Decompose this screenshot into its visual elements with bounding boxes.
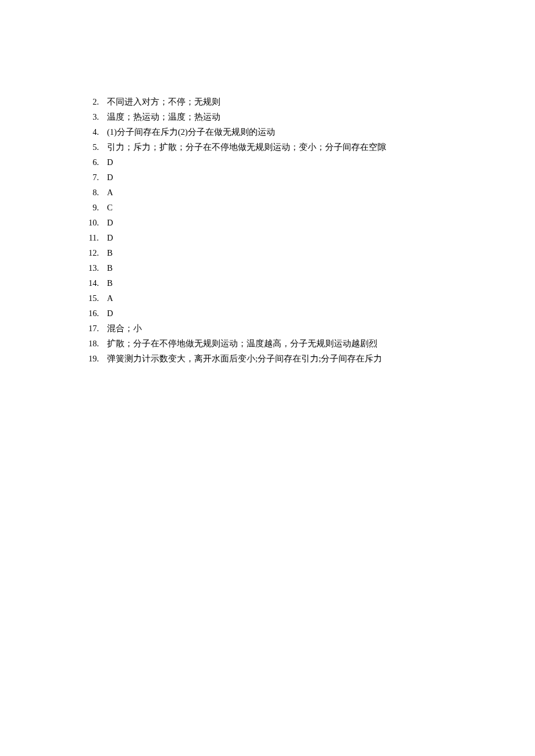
answer-text: D — [107, 234, 113, 242]
answer-number: 2. — [86, 98, 99, 106]
answer-number: 11. — [86, 234, 99, 242]
answer-item: 2. 不同进入对方；不停；无规则 — [86, 98, 535, 106]
answer-number: 14. — [86, 279, 99, 288]
answer-item: 13. B — [86, 264, 535, 273]
answer-text: 温度；热运动；温度；热运动 — [107, 113, 220, 121]
answer-text: (1)分子间存在斥力(2)分子在做无规则的运动 — [107, 128, 275, 137]
answer-text: A — [107, 188, 113, 197]
answer-item: 18. 扩散；分子在不停地做无规则运动；温度越高，分子无规则运动越剧烈 — [86, 339, 535, 348]
answer-text: B — [107, 249, 113, 257]
answer-item: 10. D — [86, 218, 535, 227]
answer-text: 混合；小 — [107, 324, 142, 333]
answer-item: 19. 弹簧测力计示数变大，离开水面后变小;分子间存在引力;分子间存在斥力 — [86, 354, 535, 363]
answer-item: 7. D — [86, 173, 535, 182]
answer-number: 3. — [86, 113, 99, 121]
answer-item: 5. 引力；斥力；扩散；分子在不停地做无规则运动；变小；分子间存在空隙 — [86, 143, 535, 152]
answer-text: 引力；斥力；扩散；分子在不停地做无规则运动；变小；分子间存在空隙 — [107, 143, 386, 152]
answer-text: A — [107, 294, 113, 303]
answer-number: 8. — [86, 188, 99, 197]
answer-number: 10. — [86, 218, 99, 227]
answer-item: 9. C — [86, 203, 535, 212]
answer-number: 4. — [86, 128, 99, 137]
answer-text: D — [107, 173, 113, 182]
answer-text: D — [107, 218, 113, 227]
answer-number: 19. — [86, 354, 99, 363]
answer-text: B — [107, 264, 113, 273]
answer-item: 4. (1)分子间存在斥力(2)分子在做无规则的运动 — [86, 128, 535, 137]
answer-number: 13. — [86, 264, 99, 273]
answer-text: B — [107, 279, 113, 288]
answer-text: 不同进入对方；不停；无规则 — [107, 98, 220, 106]
answer-item: 8. A — [86, 188, 535, 197]
answer-text: C — [107, 203, 113, 212]
answer-number: 15. — [86, 294, 99, 303]
answer-item: 16. D — [86, 309, 535, 318]
answer-number: 6. — [86, 158, 99, 167]
answer-number: 9. — [86, 203, 99, 212]
answer-number: 17. — [86, 324, 99, 333]
answer-text: 扩散；分子在不停地做无规则运动；温度越高，分子无规则运动越剧烈 — [107, 339, 377, 348]
answer-number: 5. — [86, 143, 99, 152]
answer-number: 18. — [86, 339, 99, 348]
answer-item: 15. A — [86, 294, 535, 303]
answer-key-page: 2. 不同进入对方；不停；无规则 3. 温度；热运动；温度；热运动 4. (1)… — [0, 0, 535, 363]
answer-item: 3. 温度；热运动；温度；热运动 — [86, 113, 535, 121]
answer-item: 11. D — [86, 234, 535, 242]
answer-item: 17. 混合；小 — [86, 324, 535, 333]
answer-item: 12. B — [86, 249, 535, 257]
answer-number: 12. — [86, 249, 99, 257]
answer-text: 弹簧测力计示数变大，离开水面后变小;分子间存在引力;分子间存在斥力 — [107, 354, 382, 363]
answer-item: 14. B — [86, 279, 535, 288]
answer-item: 6. D — [86, 158, 535, 167]
answer-number: 16. — [86, 309, 99, 318]
answer-text: D — [107, 309, 113, 318]
answer-number: 7. — [86, 173, 99, 182]
answer-text: D — [107, 158, 113, 167]
